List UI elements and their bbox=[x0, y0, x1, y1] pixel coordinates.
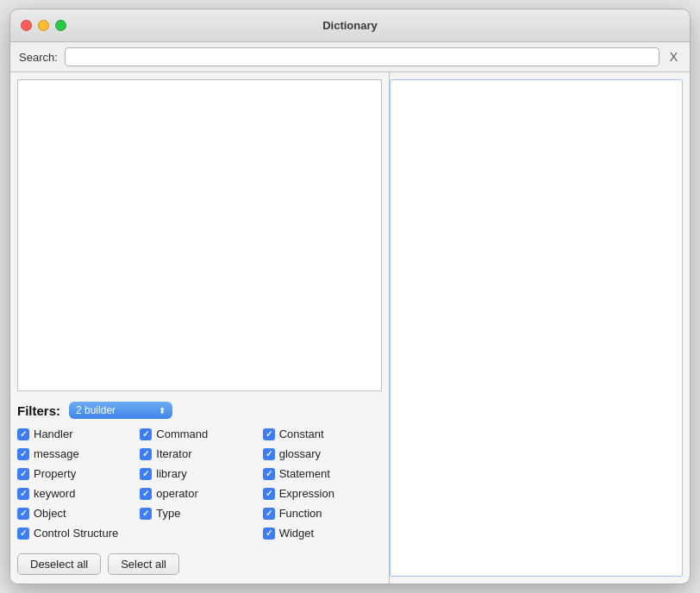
checkbox-message-box[interactable] bbox=[17, 448, 29, 460]
checkbox-constant-box[interactable] bbox=[263, 428, 275, 440]
toolbar: Search: X bbox=[10, 42, 690, 72]
checkbox-library: library bbox=[140, 465, 259, 482]
left-panel: Filters: 2 builder ⬍ Handler Command bbox=[10, 72, 390, 584]
filters-label: Filters: bbox=[17, 403, 60, 418]
filters-section: Filters: 2 builder ⬍ Handler Command bbox=[10, 396, 389, 548]
checkbox-iterator: Iterator bbox=[140, 446, 259, 462]
checkbox-constant-label: Constant bbox=[279, 428, 324, 440]
checkbox-glossary-box[interactable] bbox=[263, 448, 275, 460]
checkbox-handler: Handler bbox=[17, 426, 136, 442]
checkbox-type: Type bbox=[140, 505, 259, 521]
checkbox-library-box[interactable] bbox=[140, 468, 152, 480]
checkbox-widget-box[interactable] bbox=[263, 527, 275, 540]
maximize-button[interactable] bbox=[55, 20, 66, 31]
checkbox-control-label: Control Structure bbox=[34, 527, 118, 540]
checkbox-control: Control Structure bbox=[17, 525, 136, 541]
select-all-button[interactable]: Select all bbox=[108, 553, 179, 575]
checkbox-statement-box[interactable] bbox=[263, 468, 275, 480]
checkbox-type-label: Type bbox=[156, 507, 180, 520]
checkbox-operator: operator bbox=[140, 485, 259, 502]
checkbox-command: Command bbox=[140, 426, 259, 442]
deselect-all-button[interactable]: Deselect all bbox=[17, 553, 101, 575]
checkbox-operator-label: operator bbox=[156, 487, 197, 500]
checkbox-keyword-label: keyword bbox=[34, 487, 75, 500]
main-content: Filters: 2 builder ⬍ Handler Command bbox=[10, 72, 690, 584]
checkbox-keyword: keyword bbox=[17, 485, 136, 502]
checkbox-function-box[interactable] bbox=[263, 508, 275, 520]
filter-dropdown[interactable]: 2 builder ⬍ bbox=[69, 402, 172, 419]
checkbox-control-box[interactable] bbox=[17, 527, 29, 540]
checkbox-message-label: message bbox=[34, 447, 79, 460]
checkbox-statement: Statement bbox=[263, 465, 382, 482]
checkbox-expression-label: Expression bbox=[279, 487, 334, 500]
checkbox-command-label: Command bbox=[156, 428, 208, 440]
checkbox-handler-box[interactable] bbox=[17, 428, 29, 440]
checkbox-object-box[interactable] bbox=[17, 508, 29, 520]
search-label: Search: bbox=[19, 51, 58, 64]
checkbox-function-label: Function bbox=[279, 507, 322, 520]
checkbox-iterator-label: Iterator bbox=[156, 447, 191, 460]
filters-header: Filters: 2 builder ⬍ bbox=[17, 402, 382, 419]
checkbox-iterator-box[interactable] bbox=[140, 448, 152, 460]
checkbox-function: Function bbox=[263, 505, 382, 521]
titlebar: Dictionary bbox=[10, 9, 690, 42]
checkbox-handler-label: Handler bbox=[34, 428, 73, 440]
close-search-button[interactable]: X bbox=[666, 48, 681, 66]
checkbox-expression-box[interactable] bbox=[263, 488, 275, 500]
checkbox-constant: Constant bbox=[263, 426, 382, 442]
checkbox-widget: Widget bbox=[263, 525, 382, 541]
window-title: Dictionary bbox=[322, 19, 378, 32]
checkbox-property: Property bbox=[17, 465, 136, 482]
checkbox-expression: Expression bbox=[263, 485, 382, 502]
chevron-updown-icon: ⬍ bbox=[159, 406, 166, 415]
checkbox-glossary: glossary bbox=[263, 446, 382, 462]
checkbox-statement-label: Statement bbox=[279, 467, 330, 480]
minimize-button[interactable] bbox=[38, 20, 49, 31]
checkbox-glossary-label: glossary bbox=[279, 447, 321, 460]
checkbox-keyword-box[interactable] bbox=[17, 488, 29, 500]
checkbox-property-box[interactable] bbox=[17, 468, 29, 480]
results-list[interactable] bbox=[17, 79, 382, 391]
checkbox-command-box[interactable] bbox=[140, 428, 152, 440]
checkbox-widget-label: Widget bbox=[279, 527, 314, 540]
window-buttons bbox=[21, 20, 66, 31]
checkboxes-grid: Handler Command Constant message bbox=[17, 426, 382, 545]
checkbox-empty-col2 bbox=[140, 525, 259, 541]
checkbox-library-label: library bbox=[156, 467, 186, 480]
search-input[interactable] bbox=[65, 47, 659, 66]
checkbox-message: message bbox=[17, 446, 136, 462]
checkbox-property-label: Property bbox=[34, 467, 76, 480]
main-window: Dictionary Search: X Filters: 2 builder … bbox=[9, 9, 691, 584]
checkbox-object: Object bbox=[17, 505, 136, 521]
checkbox-object-label: Object bbox=[34, 507, 66, 520]
bottom-buttons: Deselect all Select all bbox=[10, 548, 389, 584]
filter-dropdown-value: 2 builder bbox=[76, 404, 116, 416]
checkbox-operator-box[interactable] bbox=[140, 488, 152, 500]
right-panel bbox=[390, 79, 683, 577]
close-button[interactable] bbox=[21, 20, 32, 31]
checkbox-type-box[interactable] bbox=[140, 508, 152, 520]
